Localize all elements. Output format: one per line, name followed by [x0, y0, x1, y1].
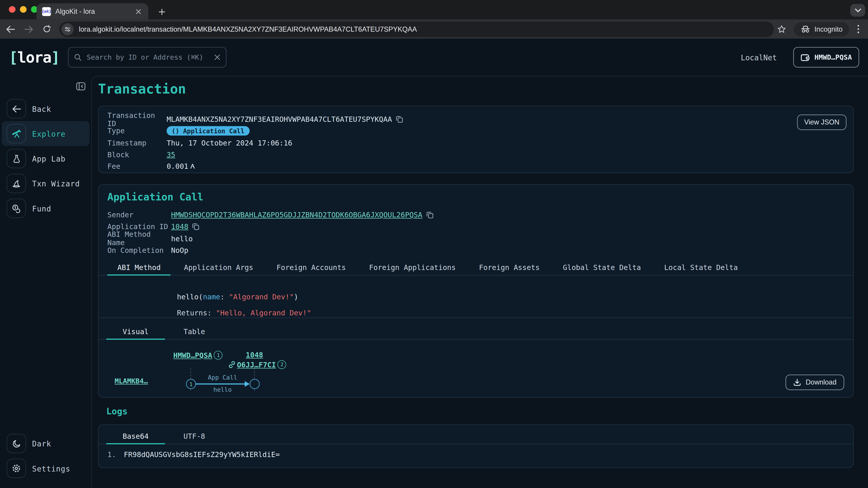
logs-tabs: Base64 UTF-8 [98, 429, 853, 445]
sidebar-footer: Dark Settings [0, 431, 91, 481]
tab-visual[interactable]: Visual [106, 324, 165, 339]
tab-search-chevron-icon[interactable] [850, 4, 865, 17]
tab-base64[interactable]: Base64 [106, 429, 165, 444]
reload-icon[interactable] [39, 21, 55, 37]
logo-bracket-open: [ [9, 49, 17, 66]
row-label: ABI Method Name [107, 230, 171, 247]
browser-toolbar: lora.algokit.io/localnet/transaction/MLA… [0, 20, 868, 39]
visual-table-tabs: Visual Table [98, 324, 853, 340]
browser-tabbar: [ak] AlgoKit - lora [0, 0, 868, 20]
timestamp-row: Timestamp Thu, 17 October 2024 17:06:16 [107, 137, 844, 149]
incognito-icon [801, 25, 811, 33]
page-title: Transaction [98, 81, 186, 97]
graph-group-column: O6JJ…F7CI 2 [228, 360, 286, 369]
graph-sender-node[interactable]: 1 [186, 379, 196, 389]
tab-abi-method[interactable]: ABI Method [107, 260, 170, 275]
sidebar-item-label: Back [32, 104, 51, 113]
download-icon [794, 379, 801, 386]
lora-app: [ lora ] LocalNet HMWD…PQSA [0, 39, 868, 488]
log-entry: 1. FR98dQAUSGVsbG8sIEFsZ29yYW5kIERldiE= [107, 450, 280, 459]
search-box[interactable] [68, 47, 226, 68]
graph-app-node[interactable] [250, 379, 259, 389]
tab-foreign-accounts[interactable]: Foreign Accounts [267, 260, 356, 275]
link-icon [228, 361, 236, 368]
lora-logo[interactable]: [ lora ] [9, 49, 59, 66]
copy-icon[interactable] [426, 212, 434, 219]
close-window-button[interactable] [9, 6, 16, 13]
flask-icon [6, 149, 26, 168]
wallet-icon [801, 53, 810, 61]
sidebar-item-explore[interactable]: Explore [2, 121, 90, 146]
abi-arg-value: "Algorand Dev!" [229, 293, 294, 301]
view-json-button[interactable]: View JSON [797, 115, 846, 130]
tab-table[interactable]: Table [165, 324, 224, 339]
sidebar-item-fund[interactable]: Fund [2, 196, 90, 221]
algo-currency-icon [189, 163, 195, 169]
url-bar[interactable]: lora.algokit.io/localnet/transaction/MLA… [59, 21, 774, 37]
new-tab-button[interactable] [155, 5, 168, 18]
edge-method-label: hello [213, 386, 232, 393]
bookmark-star-icon[interactable] [774, 21, 789, 37]
site-info-icon[interactable] [62, 23, 74, 35]
sidebar: Back Explore App Lab [0, 76, 91, 488]
tab-close-icon[interactable] [134, 7, 143, 16]
sidebar-item-settings[interactable]: Settings [2, 456, 90, 481]
tab-title: AlgoKit - lora [55, 7, 134, 15]
search-input[interactable] [86, 53, 214, 62]
tab-application-args[interactable]: Application Args [174, 260, 264, 275]
url-text: lora.algokit.io/localnet/transaction/MLA… [79, 25, 417, 33]
sidebar-item-label: Explore [32, 129, 66, 138]
tab-utf8[interactable]: UTF-8 [165, 429, 224, 444]
sidebar-item-txn-wizard[interactable]: Txn Wizard [2, 171, 90, 196]
coins-icon [6, 199, 26, 218]
type-badge: () Application Call [166, 126, 249, 136]
copy-icon[interactable] [192, 223, 199, 230]
browser-tab[interactable]: [ak] AlgoKit - lora [37, 3, 149, 20]
tab-local-state-delta[interactable]: Local State Delta [654, 260, 748, 275]
abi-colon: : [220, 293, 229, 301]
graph-sender-badge: 1 [214, 351, 223, 360]
sender-link[interactable]: HMWDSHQCOPD2T36WBAHLAZ6PO5GDJJZBN4D2TODK… [171, 211, 423, 219]
screen: [ak] AlgoKit - lora lora.algokit. [0, 0, 868, 488]
gear-icon [6, 459, 26, 478]
sidebar-collapse-icon[interactable] [75, 80, 87, 92]
sidebar-item-back[interactable]: Back [2, 96, 90, 121]
on-completion-value: NoOp [171, 246, 188, 255]
download-button[interactable]: Download [786, 375, 844, 390]
search-clear-icon[interactable] [214, 54, 220, 60]
graph-txn-link[interactable]: MLAMKB4… [115, 377, 148, 385]
tab-foreign-applications[interactable]: Foreign Applications [359, 260, 466, 275]
copy-icon[interactable] [396, 116, 403, 123]
block-link[interactable]: 35 [166, 151, 175, 159]
application-call-card: Application Call Sender HMWDSHQCOPD2T36W… [98, 184, 854, 398]
incognito-badge: Incognito [794, 22, 849, 36]
log-entry-index: 1. [107, 450, 116, 459]
sidebar-item-app-lab[interactable]: App Lab [2, 146, 90, 171]
minimize-window-button[interactable] [20, 6, 26, 13]
graph-group-link[interactable]: O6JJ…F7CI [237, 361, 276, 369]
edge-type-label: App Call [208, 374, 237, 381]
network-label[interactable]: LocalNet [741, 53, 777, 62]
row-label: Timestamp [107, 139, 166, 147]
application-id-row: Application ID 1048 [107, 221, 844, 233]
abi-returns-value: "Hello, Algorand Dev!" [216, 309, 311, 317]
transaction-card: View JSON Transaction ID MLAMKB4ANXZ5NA2… [98, 106, 854, 173]
sidebar-item-theme-toggle[interactable]: Dark [2, 431, 90, 456]
download-label: Download [806, 379, 836, 386]
sidebar-item-label: App Lab [32, 154, 66, 163]
logs-card: Base64 UTF-8 1. FR98dQAUSGVsbG8sIEFsZ29y… [98, 424, 854, 468]
moon-icon [6, 434, 26, 453]
tab-foreign-assets[interactable]: Foreign Assets [469, 260, 550, 275]
tab-global-state-delta[interactable]: Global State Delta [553, 260, 651, 275]
graph-sender-link[interactable]: HMWD…PQSA [174, 351, 213, 359]
application-id-link[interactable]: 1048 [171, 223, 188, 231]
abi-param-name: name [203, 293, 220, 301]
browser-menu-icon[interactable] [852, 21, 864, 37]
back-nav-icon[interactable] [3, 21, 18, 37]
graph-app-link[interactable]: 1048 [246, 351, 263, 359]
row-label: Transaction ID [107, 111, 166, 127]
forward-nav-icon[interactable] [21, 21, 36, 37]
log-entry-value: FR98dQAUSGVsbG8sIEFsZ29yYW5kIERldiE= [124, 450, 280, 459]
logo-text: lora [18, 49, 51, 66]
wallet-button[interactable]: HMWD…PQSA [794, 47, 859, 68]
